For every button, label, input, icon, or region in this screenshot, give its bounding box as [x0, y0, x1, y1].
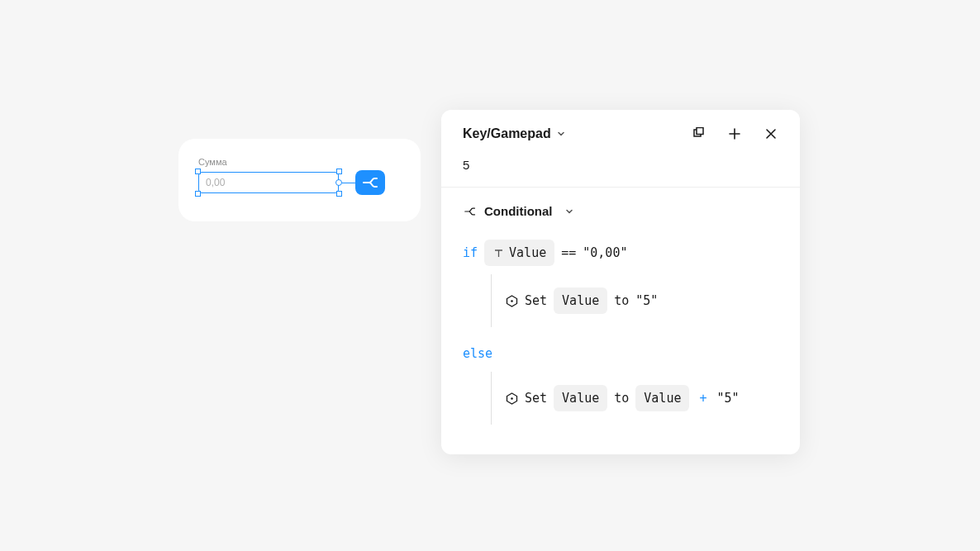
operator-eq: == — [561, 243, 576, 263]
branch-icon — [362, 175, 378, 190]
panel-title[interactable]: Key/Gamepad — [463, 126, 551, 141]
component-card: Сумма 0,00 — [178, 139, 421, 221]
literal-000: "0,00" — [583, 243, 627, 263]
value-token[interactable]: Value — [484, 240, 554, 266]
trigger-value: 5 — [463, 158, 469, 172]
conditional-icon — [463, 206, 478, 217]
action-icon — [505, 392, 518, 405]
card-input-value: 0,00 — [206, 177, 225, 188]
selection-handle[interactable] — [336, 169, 342, 174]
card-input[interactable]: 0,00 — [198, 172, 339, 193]
selection-handle[interactable] — [335, 179, 342, 186]
to-word: to — [614, 388, 629, 408]
selection-handle[interactable] — [336, 191, 342, 197]
else-keyword: else — [463, 344, 492, 363]
interaction-panel: Key/Gamepad 5 Conditional — [441, 110, 800, 454]
operator-plus: + — [696, 388, 710, 408]
card-label: Сумма — [198, 157, 401, 167]
if-body: Set Value to "5" — [491, 274, 778, 327]
to-word: to — [614, 291, 629, 311]
copy-icon[interactable] — [691, 126, 706, 141]
trigger-value-row[interactable]: 5 — [441, 153, 800, 187]
value-token[interactable]: Value — [554, 385, 607, 411]
literal-5: "5" — [717, 388, 740, 408]
set-row[interactable]: Set Value to "5" — [505, 283, 778, 319]
if-keyword: if — [463, 243, 478, 263]
close-icon[interactable] — [764, 126, 778, 141]
text-type-icon — [492, 247, 504, 259]
code-block: if Value == "0,00" Set Value to "5" — [441, 231, 800, 454]
selection-handle[interactable] — [195, 169, 201, 174]
section-title: Conditional — [484, 204, 553, 218]
chevron-down-icon[interactable] — [556, 129, 566, 139]
else-body: Set Value to Value + "5" — [491, 372, 778, 425]
value-token[interactable]: Value — [635, 385, 689, 411]
svg-point-5 — [511, 397, 513, 400]
section-header[interactable]: Conditional — [441, 188, 800, 231]
value-token[interactable]: Value — [554, 287, 607, 314]
connector-line — [342, 183, 355, 183]
else-row[interactable]: else — [463, 339, 778, 368]
chevron-down-icon[interactable] — [564, 207, 574, 216]
panel-header: Key/Gamepad — [441, 110, 800, 153]
if-row[interactable]: if Value == "0,00" — [463, 235, 778, 271]
set-word: Set — [525, 388, 547, 408]
set-word: Set — [525, 291, 547, 311]
literal-5: "5" — [635, 291, 658, 311]
plus-icon[interactable] — [727, 126, 742, 141]
selection-handle[interactable] — [195, 191, 201, 197]
set-row[interactable]: Set Value to Value + "5" — [505, 380, 778, 416]
action-icon — [505, 294, 518, 307]
svg-rect-1 — [697, 128, 703, 135]
interaction-badge[interactable] — [355, 170, 385, 195]
svg-point-3 — [511, 300, 513, 302]
card-input-wrap: 0,00 — [198, 172, 339, 193]
